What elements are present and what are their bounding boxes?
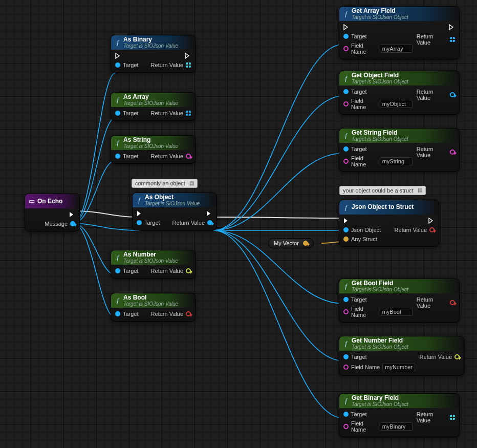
node-get-binary-field[interactable]: f Get Binary Field Target is SIOJson Obj…: [339, 393, 460, 437]
return-value-output-pin[interactable]: Return Value: [417, 89, 455, 101]
node-event-on-echo[interactable]: ▭ On Echo Message: [25, 194, 80, 231]
target-input-pin[interactable]: Target: [137, 220, 160, 226]
node-header[interactable]: f Get String Field Target is SIOJson Obj…: [339, 129, 459, 143]
node-as-object[interactable]: f As Object Target is SIOJson Value Targ…: [132, 193, 217, 230]
node-json-object-to-struct[interactable]: f Json Object to Struct Json Object Any …: [339, 200, 439, 247]
comment-struct[interactable]: your object could be a struct ▤: [339, 186, 426, 195]
exec-input-pin[interactable]: [343, 24, 413, 30]
node-get-string-field[interactable]: f Get String Field Target is SIOJson Obj…: [339, 128, 460, 172]
node-header[interactable]: f Json Object to Struct: [339, 200, 439, 215]
exec-output-pin[interactable]: [428, 218, 435, 224]
target-input-pin[interactable]: Target: [343, 146, 413, 152]
node-header[interactable]: f Get Number Field Target is SIOJson Obj…: [339, 336, 464, 351]
node-title: Get Array Field: [352, 8, 408, 14]
node-subtitle: Target is SIOJson Value: [123, 43, 178, 49]
field-name-input-pin[interactable]: Field Name: [343, 98, 413, 110]
node-header[interactable]: f Get Bool Field Target is SIOJson Objec…: [339, 279, 459, 293]
node-title: Get Number Field: [352, 337, 408, 344]
node-subtitle: Target is SIOJson Object: [352, 344, 408, 350]
field-name-input[interactable]: [380, 157, 413, 165]
node-subtitle: Target is SIOJson Object: [352, 14, 408, 20]
exec-input-pin[interactable]: [115, 53, 139, 59]
node-get-array-field[interactable]: f Get Array Field Target is SIOJson Obje…: [339, 6, 460, 59]
field-name-input-pin[interactable]: Field Name: [343, 42, 413, 55]
variable-output-pin[interactable]: [303, 241, 308, 246]
node-as-array[interactable]: f As Array Target is SIOJson Value Targe…: [111, 92, 196, 121]
field-name-input-pin[interactable]: Field Name: [343, 306, 413, 318]
return-value-output-pin[interactable]: Return Value: [151, 311, 191, 317]
event-icon: ▭: [28, 198, 35, 205]
any-struct-input-pin[interactable]: Any Struct: [343, 236, 381, 242]
field-name-input-pin[interactable]: Field Name: [343, 155, 413, 167]
return-value-output-pin[interactable]: Return Value: [417, 33, 455, 46]
return-value-output-pin[interactable]: Return Value: [417, 296, 455, 309]
field-name-input[interactable]: [380, 45, 413, 53]
exec-input-pin[interactable]: [343, 218, 381, 224]
target-input-pin[interactable]: Target: [115, 153, 139, 159]
exec-output-pin[interactable]: [69, 211, 75, 218]
target-input-pin[interactable]: Target: [343, 354, 415, 360]
return-value-output-pin[interactable]: Return Value: [420, 354, 460, 360]
node-subtitle: Target is SIOJson Object: [352, 401, 408, 407]
function-icon: f: [342, 204, 350, 211]
comment-text: commonly an object: [135, 180, 185, 186]
target-input-pin[interactable]: Target: [343, 296, 413, 303]
return-value-output-pin[interactable]: Return Value: [395, 227, 435, 233]
return-value-output-pin[interactable]: Return Value: [151, 110, 191, 116]
comment-text: your object could be a struct: [343, 187, 414, 194]
target-input-pin[interactable]: Target: [115, 62, 139, 68]
node-header[interactable]: f As Number Target is SIOJson Value: [111, 250, 195, 265]
message-output-pin[interactable]: Message: [45, 221, 75, 227]
node-get-bool-field[interactable]: f Get Bool Field Target is SIOJson Objec…: [339, 279, 460, 323]
node-header[interactable]: f Get Binary Field Target is SIOJson Obj…: [339, 394, 459, 408]
function-icon: f: [114, 297, 121, 304]
comment-as-object[interactable]: commonly an object ▤: [132, 179, 198, 188]
node-header[interactable]: f As Binary Target is SIOJson Value: [111, 35, 195, 50]
node-get-number-field[interactable]: f Get Number Field Target is SIOJson Obj…: [339, 336, 464, 376]
node-as-bool[interactable]: f As Bool Target is SIOJson Value Target…: [111, 293, 196, 322]
exec-output-pin[interactable]: [206, 210, 212, 217]
field-name-input[interactable]: [380, 100, 413, 108]
target-input-pin[interactable]: Target: [115, 268, 139, 274]
target-input-pin[interactable]: Target: [343, 33, 413, 39]
node-as-number[interactable]: f As Number Target is SIOJson Value Targ…: [111, 250, 196, 279]
node-get-object-field[interactable]: f Get Object Field Target is SIOJson Obj…: [339, 71, 460, 115]
target-input-pin[interactable]: Target: [115, 110, 139, 116]
target-input-pin[interactable]: Target: [115, 311, 139, 317]
field-name-input-pin[interactable]: Field Name: [343, 363, 415, 371]
return-value-output-pin[interactable]: Return Value: [172, 220, 212, 226]
comment-clip-icon: ▤: [189, 181, 194, 186]
field-name-input[interactable]: [380, 308, 413, 316]
node-header[interactable]: f Get Object Field Target is SIOJson Obj…: [339, 71, 459, 86]
node-header[interactable]: f As String Target is SIOJson Value: [111, 136, 195, 150]
field-name-input[interactable]: [382, 363, 415, 371]
node-header[interactable]: f As Bool Target is SIOJson Value: [111, 293, 195, 308]
return-value-output-pin[interactable]: Return Value: [151, 62, 191, 68]
target-input-pin[interactable]: Target: [343, 411, 413, 417]
json-object-input-pin[interactable]: Json Object: [343, 227, 381, 233]
node-header[interactable]: ▭ On Echo: [25, 194, 79, 208]
exec-output-pin[interactable]: [449, 24, 455, 30]
node-as-string[interactable]: f As String Target is SIOJson Value Targ…: [111, 135, 196, 164]
exec-output-pin[interactable]: [185, 53, 191, 59]
node-title: Get String Field: [352, 130, 408, 136]
variable-my-vector[interactable]: My Vector: [268, 238, 314, 248]
node-title: As Binary: [123, 36, 178, 43]
exec-input-pin[interactable]: [137, 210, 160, 217]
field-name-input[interactable]: [380, 422, 413, 431]
node-header[interactable]: f As Object Target is SIOJson Value: [133, 193, 216, 207]
node-as-binary[interactable]: f As Binary Target is SIOJson Value Targ…: [111, 35, 196, 73]
node-subtitle: Target is SIOJson Value: [123, 100, 178, 106]
field-name-input-pin[interactable]: Field Name: [343, 420, 413, 433]
node-title: As Object: [145, 194, 200, 201]
return-value-output-pin[interactable]: Return Value: [151, 268, 191, 274]
node-title: Get Binary Field: [352, 395, 408, 401]
node-header[interactable]: f As Array Target is SIOJson Value: [111, 93, 195, 107]
return-value-output-pin[interactable]: Return Value: [417, 411, 455, 423]
node-title: As Bool: [123, 294, 178, 301]
return-value-output-pin[interactable]: Return Value: [151, 153, 191, 159]
target-input-pin[interactable]: Target: [343, 89, 413, 95]
node-header[interactable]: f Get Array Field Target is SIOJson Obje…: [339, 7, 459, 21]
node-title: As Array: [123, 94, 178, 100]
return-value-output-pin[interactable]: Return Value: [417, 146, 455, 158]
